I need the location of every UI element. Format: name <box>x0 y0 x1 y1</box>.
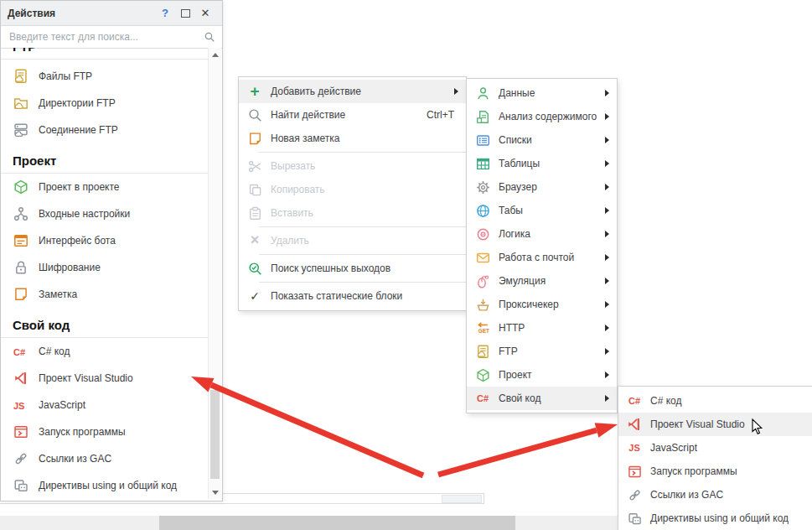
submenu-item-logic[interactable]: Логика <box>467 222 617 246</box>
link-icon <box>627 487 642 502</box>
sidebar-item-note[interactable]: Заметка <box>1 281 209 308</box>
search-input[interactable] <box>8 30 204 44</box>
maximize-button[interactable] <box>175 5 195 22</box>
submenu-item-gac-links[interactable]: Ссылки из GAC <box>618 483 812 507</box>
sidebar-item-label: JavaScript <box>39 399 85 411</box>
submenu-item-visual-studio-project[interactable]: Проект Visual Studio <box>618 413 812 436</box>
submenu-item-project[interactable]: Проект <box>467 363 617 387</box>
submenu-item-run-program[interactable]: Запуск программы <box>618 460 812 483</box>
annotation-arrow-right <box>438 423 618 475</box>
shortcut-label: Ctrl+T <box>427 109 454 121</box>
plus-icon: + <box>247 84 262 99</box>
submenu-item-ftp[interactable]: FTP <box>467 340 617 363</box>
cube-icon <box>13 179 28 195</box>
group-header-own-code: Свой код <box>1 308 209 338</box>
screenshot-root: { "sidebar": { "title": "Действия", "hel… <box>0 0 812 530</box>
actions-panel: Действия ? ✕ FTP Файлы FTP Директории FT… <box>0 0 223 501</box>
sidebar-item-label: Шифрование <box>39 262 101 273</box>
submenu-item-lists[interactable]: Списки <box>467 128 617 152</box>
sidebar-item-project-in-project[interactable]: Проект в проекте <box>1 174 209 200</box>
sidebar-item-label: Соединение FTP <box>39 124 118 136</box>
panel-title: Действия <box>8 8 155 19</box>
sidebar-item-label: Проект в проекте <box>39 181 120 193</box>
sidebar-item-ftp-connection[interactable]: Соединение FTP <box>1 117 209 143</box>
submenu-item-emulation[interactable]: Эмуляция <box>467 269 617 293</box>
paste-icon <box>247 205 262 221</box>
submenu-item-csharp-code[interactable]: C# C# код <box>618 389 812 413</box>
scroll-down-button[interactable] <box>209 486 221 499</box>
actions-panel-titlebar: Действия ? ✕ <box>1 1 222 26</box>
sidebar-item-ftp-files[interactable]: Файлы FTP <box>1 63 209 90</box>
menu-item-find-success-exits[interactable]: Поиск успешных выходов <box>239 257 466 280</box>
run-program-icon <box>627 464 642 479</box>
submenu-item-using-directives[interactable]: Директивы using и общий код <box>618 507 812 530</box>
submenu-item-proxychecker[interactable]: Проксичекер <box>467 293 617 316</box>
submenu-item-content-analysis[interactable]: Анализ содержимого <box>467 105 617 128</box>
close-button[interactable]: ✕ <box>195 5 215 22</box>
link-icon <box>13 451 28 466</box>
svg-text:GET: GET <box>478 328 489 334</box>
horizontal-scrollbar-thumb[interactable] <box>159 516 515 530</box>
vertical-scrollbar-thumb[interactable] <box>210 390 220 479</box>
gear-icon <box>475 179 490 195</box>
background-window-button <box>442 495 482 503</box>
help-button[interactable]: ? <box>155 5 175 22</box>
mouse-icon <box>475 273 490 288</box>
person-icon <box>475 86 490 101</box>
sidebar-item-label: Входные настройки <box>39 208 130 220</box>
search-icon <box>204 31 215 43</box>
group-header-project: Проект <box>1 143 209 174</box>
menu-item-copy[interactable]: Копировать <box>239 178 466 201</box>
menu-item-delete[interactable]: × Удалить <box>239 229 466 252</box>
menu-item-add-action[interactable]: + Добавить действие <box>239 80 466 103</box>
globe-icon <box>475 203 490 218</box>
vertical-scrollbar[interactable] <box>208 48 221 499</box>
scroll-up-button[interactable] <box>209 48 221 61</box>
doc-analysis-icon <box>475 109 490 124</box>
sidebar-item-run-program[interactable]: Запуск программы <box>1 418 209 445</box>
csharp-icon: C# <box>475 391 490 406</box>
submenu-item-tabs[interactable]: Табы <box>467 199 617 222</box>
submenu-arrow-icon <box>605 184 609 190</box>
menu-item-new-note[interactable]: Новая заметка <box>239 127 466 150</box>
submenu-arrow-icon <box>605 278 609 284</box>
sidebar-item-ftp-directories[interactable]: Директории FTP <box>1 90 209 117</box>
sidebar-item-using-directives[interactable]: Директивы using и общий код <box>1 472 209 499</box>
submenu-item-own-code[interactable]: C# Свой код <box>467 387 617 410</box>
submenu-item-tables[interactable]: Таблицы <box>467 152 617 175</box>
search-bar <box>1 26 222 49</box>
categories-submenu: Данные Анализ содержимого Списки Таблицы… <box>466 78 618 413</box>
magnifier-icon <box>247 107 262 122</box>
sidebar-item-label: Директивы using и общий код <box>39 480 177 491</box>
submenu-item-javascript[interactable]: JS JavaScript <box>618 436 812 460</box>
menu-item-show-static-blocks[interactable]: ✓ Показать статические блоки <box>239 284 466 308</box>
submenu-item-data[interactable]: Данные <box>467 81 617 105</box>
sidebar-item-bot-interface[interactable]: Интерфейс бота <box>1 227 209 254</box>
menu-item-paste[interactable]: Вставить <box>239 201 466 225</box>
chevron-up-icon <box>212 53 219 57</box>
sidebar-item-visual-studio-project[interactable]: Проект Visual Studio <box>1 365 209 392</box>
scissors-icon <box>247 158 262 174</box>
chevron-down-icon <box>212 491 219 495</box>
submenu-arrow-icon <box>605 372 609 378</box>
submenu-arrow-icon <box>454 88 458 95</box>
annotation-arrow-left <box>191 377 423 475</box>
check-icon: ✓ <box>247 288 262 304</box>
menu-item-cut[interactable]: Вырезать <box>239 154 466 178</box>
sidebar-item-csharp-code[interactable]: C# C# код <box>1 338 209 365</box>
list-icon <box>475 132 490 148</box>
submenu-item-http[interactable]: GET HTTP <box>467 316 617 340</box>
own-code-submenu: C# C# код Проект Visual Studio JS JavaSc… <box>618 386 812 530</box>
submenu-item-mail[interactable]: Работа с почтой <box>467 246 617 269</box>
sidebar-item-encryption[interactable]: Шифрование <box>1 254 209 281</box>
sidebar-item-javascript[interactable]: JS JavaScript <box>1 392 209 418</box>
sidebar-item-gac-links[interactable]: Ссылки из GAC <box>1 445 209 472</box>
csharp-icon: C# <box>627 393 642 408</box>
sidebar-item-label: Запуск программы <box>39 426 126 438</box>
copy-icon <box>247 182 262 197</box>
menu-item-find-action[interactable]: Найти действие Ctrl+T <box>239 103 466 127</box>
sidebar-item-input-settings[interactable]: Входные настройки <box>1 200 209 227</box>
logic-icon <box>475 226 490 242</box>
sidebar-item-label: Заметка <box>39 288 77 300</box>
submenu-item-browser[interactable]: Браузер <box>467 175 617 199</box>
